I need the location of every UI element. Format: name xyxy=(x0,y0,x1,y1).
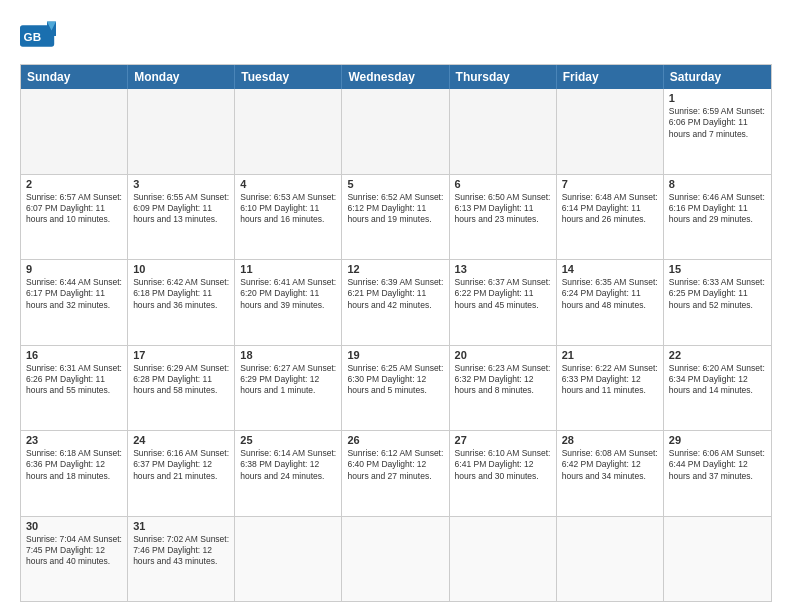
day-info: Sunrise: 6:50 AM Sunset: 6:13 PM Dayligh… xyxy=(455,192,551,226)
calendar-cell-2-6: 7Sunrise: 6:48 AM Sunset: 6:14 PM Daylig… xyxy=(557,175,664,260)
calendar-body: 1Sunrise: 6:59 AM Sunset: 6:06 PM Daylig… xyxy=(21,89,771,601)
calendar-week-5: 23Sunrise: 6:18 AM Sunset: 6:36 PM Dayli… xyxy=(21,430,771,516)
calendar-cell-1-5 xyxy=(450,89,557,174)
calendar-cell-4-6: 21Sunrise: 6:22 AM Sunset: 6:33 PM Dayli… xyxy=(557,346,664,431)
day-number: 19 xyxy=(347,349,443,361)
calendar-cell-1-6 xyxy=(557,89,664,174)
calendar-cell-2-4: 5Sunrise: 6:52 AM Sunset: 6:12 PM Daylig… xyxy=(342,175,449,260)
calendar-cell-2-1: 2Sunrise: 6:57 AM Sunset: 6:07 PM Daylig… xyxy=(21,175,128,260)
day-number: 16 xyxy=(26,349,122,361)
day-info: Sunrise: 6:10 AM Sunset: 6:41 PM Dayligh… xyxy=(455,448,551,482)
calendar-cell-6-6 xyxy=(557,517,664,602)
day-info: Sunrise: 6:39 AM Sunset: 6:21 PM Dayligh… xyxy=(347,277,443,311)
logo: GB xyxy=(20,18,62,54)
day-info: Sunrise: 6:06 AM Sunset: 6:44 PM Dayligh… xyxy=(669,448,766,482)
svg-text:GB: GB xyxy=(24,30,42,43)
calendar-week-2: 2Sunrise: 6:57 AM Sunset: 6:07 PM Daylig… xyxy=(21,174,771,260)
day-info: Sunrise: 6:37 AM Sunset: 6:22 PM Dayligh… xyxy=(455,277,551,311)
day-info: Sunrise: 6:08 AM Sunset: 6:42 PM Dayligh… xyxy=(562,448,658,482)
calendar-cell-5-3: 25Sunrise: 6:14 AM Sunset: 6:38 PM Dayli… xyxy=(235,431,342,516)
day-info: Sunrise: 6:18 AM Sunset: 6:36 PM Dayligh… xyxy=(26,448,122,482)
day-number: 6 xyxy=(455,178,551,190)
day-number: 3 xyxy=(133,178,229,190)
calendar-cell-2-5: 6Sunrise: 6:50 AM Sunset: 6:13 PM Daylig… xyxy=(450,175,557,260)
calendar-cell-4-5: 20Sunrise: 6:23 AM Sunset: 6:32 PM Dayli… xyxy=(450,346,557,431)
day-number: 31 xyxy=(133,520,229,532)
day-number: 8 xyxy=(669,178,766,190)
day-header-saturday: Saturday xyxy=(664,65,771,89)
calendar-cell-2-2: 3Sunrise: 6:55 AM Sunset: 6:09 PM Daylig… xyxy=(128,175,235,260)
day-number: 9 xyxy=(26,263,122,275)
calendar-cell-5-4: 26Sunrise: 6:12 AM Sunset: 6:40 PM Dayli… xyxy=(342,431,449,516)
day-info: Sunrise: 6:57 AM Sunset: 6:07 PM Dayligh… xyxy=(26,192,122,226)
day-number: 27 xyxy=(455,434,551,446)
calendar-cell-6-5 xyxy=(450,517,557,602)
calendar-cell-3-7: 15Sunrise: 6:33 AM Sunset: 6:25 PM Dayli… xyxy=(664,260,771,345)
calendar-cell-4-1: 16Sunrise: 6:31 AM Sunset: 6:26 PM Dayli… xyxy=(21,346,128,431)
day-number: 28 xyxy=(562,434,658,446)
day-info: Sunrise: 6:29 AM Sunset: 6:28 PM Dayligh… xyxy=(133,363,229,397)
calendar-cell-6-2: 31Sunrise: 7:02 AM Sunset: 7:46 PM Dayli… xyxy=(128,517,235,602)
day-number: 24 xyxy=(133,434,229,446)
calendar-cell-3-5: 13Sunrise: 6:37 AM Sunset: 6:22 PM Dayli… xyxy=(450,260,557,345)
day-number: 23 xyxy=(26,434,122,446)
calendar-cell-4-3: 18Sunrise: 6:27 AM Sunset: 6:29 PM Dayli… xyxy=(235,346,342,431)
calendar-cell-2-3: 4Sunrise: 6:53 AM Sunset: 6:10 PM Daylig… xyxy=(235,175,342,260)
day-info: Sunrise: 6:33 AM Sunset: 6:25 PM Dayligh… xyxy=(669,277,766,311)
generalblue-logo-icon: GB xyxy=(20,18,56,54)
day-header-sunday: Sunday xyxy=(21,65,128,89)
calendar-week-4: 16Sunrise: 6:31 AM Sunset: 6:26 PM Dayli… xyxy=(21,345,771,431)
calendar-cell-6-7 xyxy=(664,517,771,602)
day-info: Sunrise: 7:04 AM Sunset: 7:45 PM Dayligh… xyxy=(26,534,122,568)
day-number: 1 xyxy=(669,92,766,104)
day-number: 21 xyxy=(562,349,658,361)
calendar-cell-3-6: 14Sunrise: 6:35 AM Sunset: 6:24 PM Dayli… xyxy=(557,260,664,345)
page: GB SundayMondayTuesdayWednesdayThursdayF… xyxy=(0,0,792,612)
calendar-cell-1-1 xyxy=(21,89,128,174)
day-number: 4 xyxy=(240,178,336,190)
day-info: Sunrise: 6:48 AM Sunset: 6:14 PM Dayligh… xyxy=(562,192,658,226)
day-number: 7 xyxy=(562,178,658,190)
calendar-cell-6-3 xyxy=(235,517,342,602)
calendar-cell-5-6: 28Sunrise: 6:08 AM Sunset: 6:42 PM Dayli… xyxy=(557,431,664,516)
calendar-cell-5-7: 29Sunrise: 6:06 AM Sunset: 6:44 PM Dayli… xyxy=(664,431,771,516)
calendar-cell-1-7: 1Sunrise: 6:59 AM Sunset: 6:06 PM Daylig… xyxy=(664,89,771,174)
day-number: 26 xyxy=(347,434,443,446)
day-header-monday: Monday xyxy=(128,65,235,89)
day-number: 14 xyxy=(562,263,658,275)
calendar: SundayMondayTuesdayWednesdayThursdayFrid… xyxy=(20,64,772,602)
calendar-cell-4-7: 22Sunrise: 6:20 AM Sunset: 6:34 PM Dayli… xyxy=(664,346,771,431)
day-number: 25 xyxy=(240,434,336,446)
calendar-cell-2-7: 8Sunrise: 6:46 AM Sunset: 6:16 PM Daylig… xyxy=(664,175,771,260)
day-info: Sunrise: 6:23 AM Sunset: 6:32 PM Dayligh… xyxy=(455,363,551,397)
day-number: 30 xyxy=(26,520,122,532)
calendar-cell-6-4 xyxy=(342,517,449,602)
calendar-week-6: 30Sunrise: 7:04 AM Sunset: 7:45 PM Dayli… xyxy=(21,516,771,602)
day-info: Sunrise: 6:53 AM Sunset: 6:10 PM Dayligh… xyxy=(240,192,336,226)
calendar-cell-1-2 xyxy=(128,89,235,174)
day-number: 29 xyxy=(669,434,766,446)
day-info: Sunrise: 7:02 AM Sunset: 7:46 PM Dayligh… xyxy=(133,534,229,568)
calendar-cell-1-4 xyxy=(342,89,449,174)
day-info: Sunrise: 6:20 AM Sunset: 6:34 PM Dayligh… xyxy=(669,363,766,397)
calendar-cell-3-4: 12Sunrise: 6:39 AM Sunset: 6:21 PM Dayli… xyxy=(342,260,449,345)
day-info: Sunrise: 6:44 AM Sunset: 6:17 PM Dayligh… xyxy=(26,277,122,311)
calendar-cell-5-2: 24Sunrise: 6:16 AM Sunset: 6:37 PM Dayli… xyxy=(128,431,235,516)
calendar-cell-3-3: 11Sunrise: 6:41 AM Sunset: 6:20 PM Dayli… xyxy=(235,260,342,345)
day-info: Sunrise: 6:22 AM Sunset: 6:33 PM Dayligh… xyxy=(562,363,658,397)
day-header-wednesday: Wednesday xyxy=(342,65,449,89)
calendar-cell-3-1: 9Sunrise: 6:44 AM Sunset: 6:17 PM Daylig… xyxy=(21,260,128,345)
day-number: 5 xyxy=(347,178,443,190)
day-header-thursday: Thursday xyxy=(450,65,557,89)
day-number: 17 xyxy=(133,349,229,361)
day-info: Sunrise: 6:52 AM Sunset: 6:12 PM Dayligh… xyxy=(347,192,443,226)
calendar-cell-3-2: 10Sunrise: 6:42 AM Sunset: 6:18 PM Dayli… xyxy=(128,260,235,345)
day-info: Sunrise: 6:55 AM Sunset: 6:09 PM Dayligh… xyxy=(133,192,229,226)
day-info: Sunrise: 6:41 AM Sunset: 6:20 PM Dayligh… xyxy=(240,277,336,311)
day-number: 12 xyxy=(347,263,443,275)
day-number: 15 xyxy=(669,263,766,275)
header: GB xyxy=(20,18,772,54)
calendar-cell-1-3 xyxy=(235,89,342,174)
day-info: Sunrise: 6:14 AM Sunset: 6:38 PM Dayligh… xyxy=(240,448,336,482)
calendar-cell-6-1: 30Sunrise: 7:04 AM Sunset: 7:45 PM Dayli… xyxy=(21,517,128,602)
